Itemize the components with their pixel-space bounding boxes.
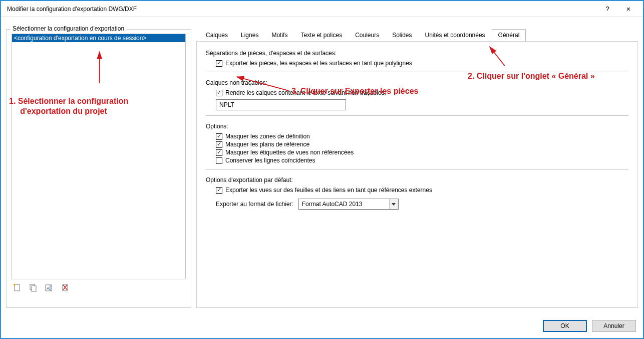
divider (206, 169, 628, 169)
checkbox-export-pieces[interactable] (216, 60, 222, 67)
checkbox-hide-refplanes-row[interactable]: Masquer les plans de référence (216, 141, 628, 148)
delete-icon[interactable] (61, 283, 70, 292)
window-title: Modifier la configuration d'exportation … (7, 6, 597, 13)
checkbox-hide-refplanes-label: Masquer les plans de référence (225, 141, 309, 148)
export-format-value: Format AutoCAD 2013 (299, 201, 389, 208)
section-default-export: Options d'exportation par défaut: Export… (206, 177, 628, 210)
tab-body-general: Séparations de pièces, d'espaces et de s… (196, 41, 638, 308)
svg-rect-4 (32, 286, 36, 291)
checkbox-nonplot[interactable] (216, 90, 222, 96)
checkbox-export-views-xref-row[interactable]: Exporter les vues sur des feuilles et de… (216, 187, 628, 194)
checkbox-hide-def-label: Masquer les zones de définition (225, 133, 310, 140)
checkbox-hide-unref-tags-row[interactable]: Masquer les étiquettes de vues non référ… (216, 149, 628, 156)
dialog-body: Sélectionner la configuration d'exportat… (1, 17, 643, 338)
nonplot-label: Calques non traçables: (206, 79, 628, 86)
separations-label: Séparations de pièces, d'espaces et de s… (206, 50, 628, 57)
rename-icon[interactable]: A (45, 283, 54, 292)
default-export-label: Options d'exportation par défaut: (206, 177, 628, 184)
section-options: Options: Masquer les zones de définition… (206, 123, 628, 164)
divider (206, 115, 628, 116)
tab-lignes[interactable]: Lignes (234, 29, 265, 41)
options-label: Options: (206, 123, 628, 130)
checkbox-hide-refplanes[interactable] (216, 141, 222, 148)
tab-solides[interactable]: Solides (386, 29, 418, 41)
checkbox-hide-unref-tags-label: Masquer les étiquettes de vues non référ… (225, 149, 354, 156)
cancel-button[interactable]: Annuler (592, 320, 636, 332)
checkbox-export-pieces-label: Exporter les pièces, les espaces et les … (225, 60, 412, 67)
checkbox-hide-def[interactable] (216, 133, 222, 140)
svg-point-2 (14, 284, 15, 285)
checkbox-nonplot-label: Rendre les calques contenant le texte su… (225, 89, 386, 96)
tab-couleurs[interactable]: Couleurs (349, 29, 386, 41)
help-icon[interactable]: ? (597, 3, 618, 15)
close-icon[interactable]: × (618, 3, 639, 15)
tab-motifs[interactable]: Motifs (265, 29, 294, 41)
export-config-groupbox: Sélectionner la configuration d'exportat… (6, 29, 191, 308)
new-config-icon[interactable] (13, 283, 22, 292)
svg-rect-0 (15, 284, 20, 291)
titlebar: Modifier la configuration d'exportation … (1, 1, 643, 17)
checkbox-hide-def-row[interactable]: Masquer les zones de définition (216, 133, 628, 140)
checkbox-nonplot-row[interactable]: Rendre les calques contenant le texte su… (216, 89, 628, 96)
config-toolbar: A (12, 279, 186, 292)
tab-calques[interactable]: Calques (199, 29, 234, 41)
settings-panel: Calques Lignes Motifs Texte et polices C… (196, 29, 638, 308)
checkbox-keep-coincident-label: Conserver les lignes coïncidentes (225, 157, 315, 164)
copy-icon[interactable] (29, 283, 38, 292)
svg-text:A: A (47, 286, 50, 291)
divider (206, 72, 628, 72)
section-nonplot: Calques non traçables: Rendre les calque… (206, 79, 628, 110)
tab-general[interactable]: Général (492, 29, 526, 41)
tab-unites[interactable]: Unités et coordonnées (419, 29, 492, 41)
dialog-buttons: OK Annuler (543, 320, 636, 332)
export-config-group-label: Sélectionner la configuration d'exportat… (11, 25, 126, 32)
export-format-label: Exporter au format de fichier: (216, 201, 293, 208)
chevron-down-icon[interactable] (389, 199, 398, 209)
checkbox-export-pieces-row[interactable]: Exporter les pièces, les espaces et les … (216, 60, 628, 67)
content-row: Sélectionner la configuration d'exportat… (6, 21, 638, 308)
export-format-row: Exporter au format de fichier: Format Au… (216, 199, 628, 210)
nonplot-text-input[interactable]: NPLT (216, 99, 346, 110)
nonplot-text-value: NPLT (219, 101, 234, 108)
section-separations: Séparations de pièces, d'espaces et de s… (206, 50, 628, 67)
tabstrip: Calques Lignes Motifs Texte et polices C… (199, 29, 638, 41)
checkbox-keep-coincident[interactable] (216, 157, 222, 164)
checkbox-hide-unref-tags[interactable] (216, 149, 222, 156)
checkbox-export-views-xref[interactable] (216, 187, 222, 194)
export-config-list[interactable]: <configuration d'exportation en cours de… (12, 34, 186, 279)
export-format-combo[interactable]: Format AutoCAD 2013 (298, 199, 399, 210)
export-config-item-selected[interactable]: <configuration d'exportation en cours de… (12, 34, 185, 42)
checkbox-keep-coincident-row[interactable]: Conserver les lignes coïncidentes (216, 157, 628, 164)
checkbox-export-views-xref-label: Exporter les vues sur des feuilles et de… (225, 187, 432, 194)
tab-texte[interactable]: Texte et polices (294, 29, 349, 41)
ok-button[interactable]: OK (543, 320, 587, 332)
